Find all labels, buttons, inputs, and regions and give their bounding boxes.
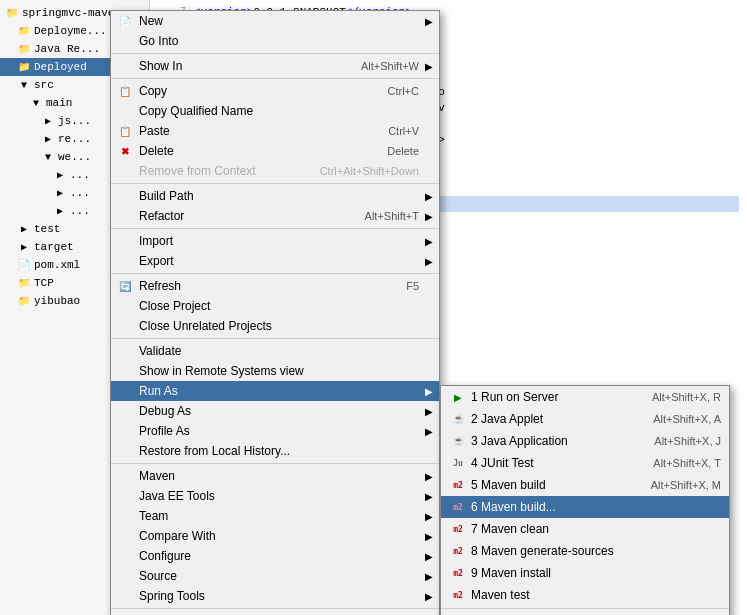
menu-item-go-into[interactable]: Go Into <box>111 31 439 51</box>
submenu-item-maven-generate[interactable]: m2 8 Maven generate-sources <box>441 540 729 562</box>
menu-item-refactor[interactable]: Refactor Alt+Shift+T ▶ <box>111 206 439 226</box>
menu-item-properties[interactable]: Properties Alt+Enter <box>111 611 439 615</box>
arrow-icon: ▶ <box>425 61 433 72</box>
maven-clean-icon: m2 <box>449 521 467 537</box>
menu-item-delete[interactable]: ✖ Delete Delete <box>111 141 439 161</box>
arrow-icon: ▶ <box>425 471 433 482</box>
arrow-icon: ▶ <box>425 531 433 542</box>
submenu-item-maven-clean[interactable]: m2 7 Maven clean <box>441 518 729 540</box>
arrow-icon: ▶ <box>425 571 433 582</box>
arrow-icon: ▶ <box>425 491 433 502</box>
submenu-item-run-server[interactable]: ▶ 1 Run on Server Alt+Shift+X, R <box>441 386 729 408</box>
submenu-item-maven-test[interactable]: m2 Maven test <box>441 584 729 606</box>
java-applet-icon: ☕ <box>449 411 467 427</box>
java-app-icon: ☕ <box>449 433 467 449</box>
menu-item-java-ee-tools[interactable]: Java EE Tools ▶ <box>111 486 439 506</box>
arrow-icon: ▶ <box>425 511 433 522</box>
menu-item-run-as[interactable]: Run As ▶ <box>111 381 439 401</box>
ide-background: 📁 springmvc-maven 📁 Deployme... 📁 Java R… <box>0 0 747 615</box>
menu-item-compare-with[interactable]: Compare With ▶ <box>111 526 439 546</box>
menu-item-close-project[interactable]: Close Project <box>111 296 439 316</box>
folder-icon: ▶ <box>40 113 56 129</box>
folder-icon: 📁 <box>16 293 32 309</box>
folder-icon: 📁 <box>16 23 32 39</box>
menu-item-configure[interactable]: Configure ▶ <box>111 546 439 566</box>
menu-item-copy-qualified[interactable]: Copy Qualified Name <box>111 101 439 121</box>
menu-separator-3 <box>111 183 439 184</box>
arrow-icon: ▶ <box>425 16 433 27</box>
menu-separator-8 <box>111 608 439 609</box>
arrow-icon: ▶ <box>425 256 433 267</box>
delete-icon: ✖ <box>117 143 133 159</box>
xml-file-icon: 📄 <box>16 257 32 273</box>
menu-item-remove-context[interactable]: Remove from Context Ctrl+Alt+Shift+Down <box>111 161 439 181</box>
folder-icon: 📁 <box>16 59 32 75</box>
menu-item-restore[interactable]: Restore from Local History... <box>111 441 439 461</box>
menu-separator-2 <box>111 78 439 79</box>
folder-icon: ▶ <box>16 221 32 237</box>
menu-item-validate[interactable]: Validate <box>111 341 439 361</box>
arrow-icon: ▶ <box>425 386 433 397</box>
folder-expand-icon: ▼ <box>40 149 56 165</box>
folder-icon: 📁 <box>16 41 32 57</box>
folder-expand-icon: ▼ <box>16 77 32 93</box>
menu-separator-5 <box>111 273 439 274</box>
folder-icon: ▶ <box>52 167 68 183</box>
run-server-icon: ▶ <box>449 389 467 405</box>
junit-icon: Ju <box>449 455 467 471</box>
menu-item-refresh[interactable]: 🔄 Refresh F5 <box>111 276 439 296</box>
folder-icon: 📁 <box>16 275 32 291</box>
menu-item-close-unrelated[interactable]: Close Unrelated Projects <box>111 316 439 336</box>
arrow-icon: ▶ <box>425 236 433 247</box>
menu-item-maven[interactable]: Maven ▶ <box>111 466 439 486</box>
refresh-icon: 🔄 <box>117 278 133 294</box>
folder-expand-icon: ▼ <box>28 95 44 111</box>
menu-item-team[interactable]: Team ▶ <box>111 506 439 526</box>
menu-item-debug-as[interactable]: Debug As ▶ <box>111 401 439 421</box>
menu-item-copy[interactable]: 📋 Copy Ctrl+C <box>111 81 439 101</box>
maven-test-icon: m2 <box>449 587 467 603</box>
arrow-icon: ▶ <box>425 591 433 602</box>
menu-item-new[interactable]: 📄 New ▶ <box>111 11 439 31</box>
menu-item-profile-as[interactable]: Profile As ▶ <box>111 421 439 441</box>
menu-item-paste[interactable]: 📋 Paste Ctrl+V <box>111 121 439 141</box>
submenu-item-junit[interactable]: Ju 4 JUnit Test Alt+Shift+X, T <box>441 452 729 474</box>
copy-icon: 📋 <box>117 83 133 99</box>
folder-icon: ▶ <box>52 185 68 201</box>
folder-icon: ▶ <box>16 239 32 255</box>
menu-item-source[interactable]: Source ▶ <box>111 566 439 586</box>
folder-icon: ▶ <box>40 131 56 147</box>
context-menu: 📄 New ▶ Go Into Show In Alt+Shift+W ▶ 📋 … <box>110 10 440 615</box>
menu-item-show-remote[interactable]: Show in Remote Systems view <box>111 361 439 381</box>
submenu-item-maven-build[interactable]: m2 5 Maven build Alt+Shift+X, M <box>441 474 729 496</box>
submenu-item-maven-install[interactable]: m2 9 Maven install <box>441 562 729 584</box>
paste-icon: 📋 <box>117 123 133 139</box>
maven-generate-icon: m2 <box>449 543 467 559</box>
menu-separator-6 <box>111 338 439 339</box>
menu-item-show-in[interactable]: Show In Alt+Shift+W ▶ <box>111 56 439 76</box>
maven-install-icon: m2 <box>449 565 467 581</box>
folder-icon: ▶ <box>52 203 68 219</box>
menu-item-import[interactable]: Import ▶ <box>111 231 439 251</box>
menu-item-export[interactable]: Export ▶ <box>111 251 439 271</box>
menu-separator-7 <box>111 463 439 464</box>
menu-separator-1 <box>111 53 439 54</box>
project-icon: 📁 <box>4 5 20 21</box>
menu-separator-4 <box>111 228 439 229</box>
maven-icon2: m2 <box>449 499 467 515</box>
maven-icon: m2 <box>449 477 467 493</box>
new-icon: 📄 <box>117 13 133 29</box>
submenu-separator <box>441 608 729 609</box>
run-as-submenu: ▶ 1 Run on Server Alt+Shift+X, R ☕ 2 Jav… <box>440 385 730 615</box>
submenu-item-run-configs[interactable]: Run Configurations... <box>441 611 729 615</box>
submenu-item-maven-build2[interactable]: m2 6 Maven build... <box>441 496 729 518</box>
arrow-icon: ▶ <box>425 426 433 437</box>
menu-item-build-path[interactable]: Build Path ▶ <box>111 186 439 206</box>
arrow-icon: ▶ <box>425 406 433 417</box>
arrow-icon: ▶ <box>425 551 433 562</box>
submenu-item-java-applet[interactable]: ☕ 2 Java Applet Alt+Shift+X, A <box>441 408 729 430</box>
menu-item-spring-tools[interactable]: Spring Tools ▶ <box>111 586 439 606</box>
submenu-item-java-app[interactable]: ☕ 3 Java Application Alt+Shift+X, J <box>441 430 729 452</box>
arrow-icon: ▶ <box>425 191 433 202</box>
arrow-icon: ▶ <box>425 211 433 222</box>
